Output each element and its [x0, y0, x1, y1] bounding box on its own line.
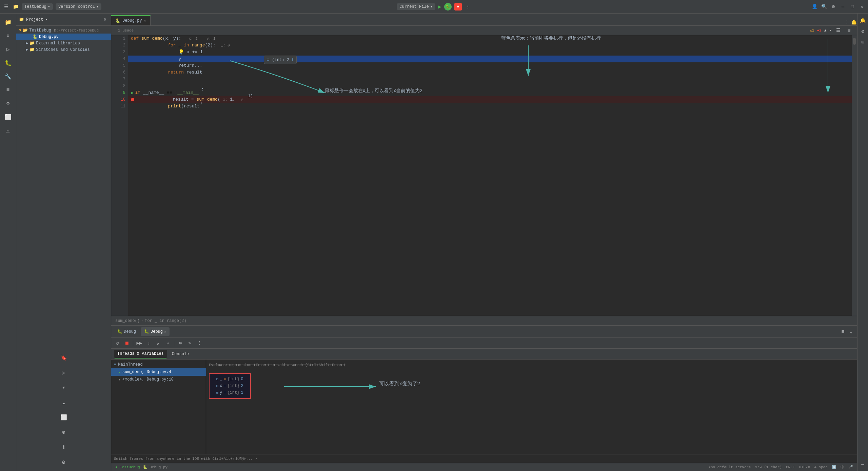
- vcs-button[interactable]: Version control ▾: [56, 3, 101, 10]
- editor-settings-icon[interactable]: ⋮: [844, 19, 850, 25]
- more-debug-options[interactable]: ⋮: [196, 340, 203, 347]
- tab-console[interactable]: Console: [169, 350, 192, 359]
- var-item-underscore: ⊞ _ = {int} 0: [214, 376, 246, 383]
- more-run-options[interactable]: ⋮: [465, 3, 471, 10]
- root-path: D:\Project\TestDebug: [54, 28, 99, 33]
- variables-panel: Evaluate expression (Enter) or add a wat…: [206, 360, 857, 454]
- services-icon[interactable]: ⊙: [2, 98, 14, 110]
- project-button[interactable]: TestDebug ▾: [22, 3, 53, 10]
- debug-tab-2-close[interactable]: ✕: [164, 330, 166, 334]
- threads-panel: ≡ MainThread ● sum_demo, Debug.py:4 ● <m…: [111, 360, 857, 454]
- debug-tab-1[interactable]: 🐛 Debug: [114, 327, 139, 336]
- todo-icon[interactable]: ⚠: [2, 125, 14, 137]
- debug-button[interactable]: 🐛: [444, 3, 452, 11]
- sidebar-settings-icon[interactable]: ⚙: [101, 16, 108, 23]
- code-content[interactable]: def sum_demo(x, y): x: 2 y: 1 for _ in r…: [128, 35, 852, 316]
- commit-icon[interactable]: ⬇: [2, 30, 14, 42]
- stop-button[interactable]: ■: [454, 3, 462, 11]
- title-bar: ☰ 📁 TestDebug ▾ Version control ▾ Curren…: [0, 0, 868, 14]
- notification-close[interactable]: ✕: [255, 456, 258, 461]
- code-editor[interactable]: 1 2 3 4 5 6 7 8 9 10 11 def sum_demo(x, …: [111, 35, 857, 316]
- hover-annotation-text: 鼠标悬停一会放在x上，可以看到x当前的值为2: [325, 88, 422, 94]
- editor-tab-bar: 🐍 Debug.py ✕ ⋮ 🔔: [111, 14, 857, 26]
- panel-settings-icon[interactable]: ⌄: [848, 328, 854, 335]
- step-over-button[interactable]: ↓: [145, 340, 152, 347]
- notification-bell[interactable]: 🔔: [850, 19, 857, 25]
- step-out-button[interactable]: ↗: [164, 340, 171, 347]
- breadcrumb: sum_demo() › for _ in range(2): [111, 316, 857, 325]
- run-config-button[interactable]: Current File ▾: [397, 3, 435, 10]
- ext-lib-folder-icon: 📁: [29, 41, 35, 46]
- sidebar-item-external-libraries[interactable]: ▶ 📁 External Libraries: [16, 40, 111, 46]
- code-line-9: ▶ if __name__ == '__main__':: [128, 89, 852, 96]
- bottom-panel: 🐛 Debug 🐛 Debug ✕ ⊞ ⌄ ↺ ⏹ ▶▶ ↓ ↙: [111, 325, 857, 454]
- debug-tab-2[interactable]: 🐛 Debug ✕: [141, 327, 170, 336]
- info-icon[interactable]: ℹ: [58, 441, 70, 453]
- edit-watches-button[interactable]: ✎: [186, 340, 193, 347]
- run-icon[interactable]: ▷: [2, 43, 14, 56]
- git-right-icon[interactable]: ⚙: [859, 27, 867, 35]
- tab-close-icon[interactable]: ✕: [144, 19, 146, 23]
- run-config-chevron: ▾: [430, 4, 433, 9]
- breadcrumb-item-1: sum_demo(): [115, 319, 140, 323]
- add-watch-button[interactable]: ⊕: [177, 340, 184, 347]
- minimize-button[interactable]: —: [840, 3, 846, 10]
- stop-debug-button[interactable]: ⏹: [123, 340, 130, 347]
- search-icon[interactable]: 🔍: [821, 3, 827, 10]
- status-file-label: 🐍 Debug.py: [143, 465, 167, 469]
- panel-expand-icon[interactable]: ⊞: [840, 328, 846, 335]
- settings-icon[interactable]: ⚙: [830, 3, 837, 10]
- main-thread-header[interactable]: ≡ MainThread: [111, 361, 206, 368]
- sidebar-item-scratches[interactable]: ▶ 📁 Scratches and Consoles: [16, 46, 111, 53]
- db-icon[interactable]: ☁: [58, 396, 70, 409]
- scratches-folder-icon: 📁: [29, 47, 35, 52]
- sidebar-header: 📁 Project ▾ ⚙: [16, 14, 111, 26]
- toolbar-separator-2: [174, 341, 174, 346]
- plugins-icon[interactable]: 🔧: [2, 70, 14, 83]
- left-toolbar: 📁 ⬇ ▷ 🐛 🔧 ≡ ⊙ ⬜ ⚠: [0, 14, 16, 471]
- notification-text: Switch frames from anywhere in the IDE w…: [114, 456, 253, 461]
- layers-icon[interactable]: ≡: [2, 84, 14, 96]
- run-bottom-icon[interactable]: ▷: [58, 367, 70, 379]
- run-button[interactable]: ▶: [438, 3, 441, 10]
- close-button[interactable]: ✕: [859, 3, 865, 10]
- maximize-button[interactable]: □: [849, 3, 856, 10]
- title-bar-left: ☰ 📁 TestDebug ▾ Version control ▾: [3, 3, 397, 10]
- rerun-button[interactable]: ↺: [114, 340, 121, 347]
- right-more-icon[interactable]: —: [859, 460, 867, 468]
- debug-side-icon[interactable]: 🐛: [2, 57, 14, 69]
- sidebar-item-debugpy[interactable]: 🐍 Debug.py: [16, 34, 111, 40]
- folder-icon[interactable]: 📁: [2, 16, 14, 28]
- bookmark-right-icon[interactable]: ☰: [834, 26, 842, 35]
- step-into-button[interactable]: ↙: [155, 340, 162, 347]
- editor-tab-debugpy[interactable]: 🐍 Debug.py ✕: [111, 15, 151, 25]
- blue-annotation-text: 蓝色条表示：当前即将要执行，但是还没有执行: [501, 35, 601, 41]
- debug-toolbar: ↺ ⏹ ▶▶ ↓ ↙ ↗ ⊕ ✎ ⋮: [111, 338, 857, 349]
- layout-right-icon[interactable]: ⊞: [859, 38, 867, 46]
- root-folder-open-icon: 📂: [23, 28, 28, 33]
- terminal-icon[interactable]: ⬜: [2, 111, 14, 123]
- frame-item-2[interactable]: ● <module>, Debug.py:10: [111, 376, 206, 383]
- sidebar-item-testdebug[interactable]: ▼ 📂 TestDebug D:\Project\TestDebug: [16, 27, 111, 34]
- problems-icon[interactable]: ⊕: [58, 426, 70, 438]
- tab-threads-variables[interactable]: Threads & Variables: [114, 350, 167, 359]
- line-numbers: 1 2 3 4 5 6 7 8 9 10 11: [111, 35, 128, 316]
- debug-tab-1-label: Debug: [124, 329, 136, 334]
- project-icon: 📁: [12, 3, 19, 10]
- layout-icon[interactable]: ⊞: [845, 26, 853, 35]
- bookmark-icon[interactable]: 🔖: [58, 352, 70, 364]
- app-menu-icon[interactable]: ☰: [3, 3, 9, 10]
- user-icon[interactable]: 👤: [811, 3, 818, 10]
- resume-button[interactable]: ▶▶: [136, 340, 143, 347]
- notifications-right-icon[interactable]: 🔔: [859, 16, 867, 24]
- terminal-bottom-icon[interactable]: ⬜: [58, 411, 70, 424]
- notifications-icon[interactable]: ⚙: [58, 456, 70, 468]
- frame-item-1[interactable]: ● sum_demo, Debug.py:4: [111, 368, 206, 376]
- scrollbar-thumb[interactable]: [853, 38, 856, 45]
- code-line-4: y: [128, 56, 852, 62]
- debugpy-label: Debug.py: [39, 35, 59, 39]
- git-icon[interactable]: ⚡: [58, 382, 70, 394]
- error-badge: ●2: [817, 28, 822, 33]
- breadcrumb-sep: ›: [141, 319, 143, 323]
- root-folder-icon: ▼: [19, 28, 21, 33]
